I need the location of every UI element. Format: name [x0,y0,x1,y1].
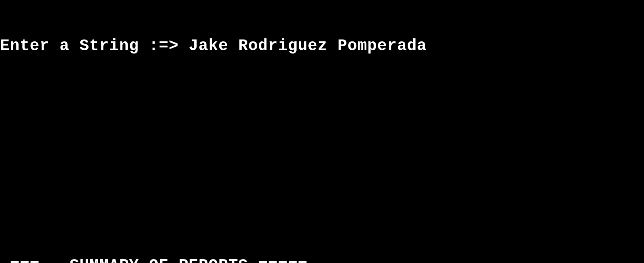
input-prompt-line: Enter a String :=> Jake Rodriguez Pomper… [0,37,644,55]
blank-line [0,146,644,165]
input-value: Jake Rodriguez Pomperada [189,37,427,55]
blank-line [0,202,644,220]
input-prompt-label: Enter a String :=> [0,37,179,55]
report-header: === SUMMARY OF REPORTS ===== [0,257,644,263]
terminal-output: Enter a String :=> Jake Rodriguez Pomper… [0,0,644,263]
blank-line [0,91,644,110]
